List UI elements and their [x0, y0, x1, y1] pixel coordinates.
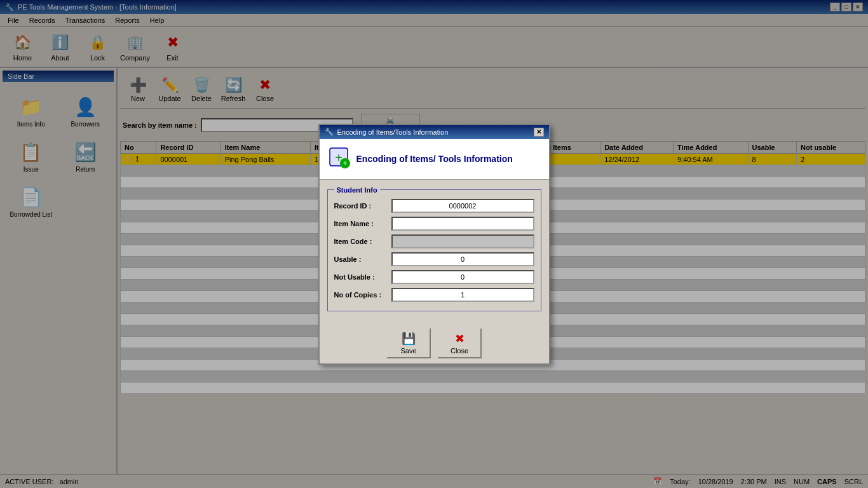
modal-body: Student Info Record ID : Item Name : Ite… [320, 180, 549, 323]
label-no-of-copies: No of Copies : [334, 291, 391, 299]
modal-close-label: Close [451, 347, 468, 355]
input-usable[interactable] [391, 252, 534, 266]
modal-header-title: Encoding of Items/ Tools Information [356, 154, 513, 164]
modal-title-left: 🔧 Encoding of Items/Tools Information [325, 128, 449, 136]
field-usable: Usable : [334, 252, 534, 266]
modal-close-icon: ✖ [455, 332, 465, 346]
field-record-id: Record ID : [334, 199, 534, 213]
modal-header: + + Encoding of Items/ Tools Information [320, 139, 549, 180]
modal-close-action-button[interactable]: ✖ Close [437, 328, 482, 358]
fieldset-legend: Student Info [334, 186, 380, 194]
input-record-id[interactable] [391, 199, 534, 213]
svg-text:+: + [342, 159, 347, 168]
modal-titlebar: 🔧 Encoding of Items/Tools Information ✕ [320, 125, 549, 139]
field-no-of-copies: No of Copies : [334, 288, 534, 302]
modal-footer: 💾 Save ✖ Close [320, 323, 549, 363]
modal-close-button[interactable]: ✕ [534, 128, 544, 137]
input-item-code [391, 234, 534, 248]
save-label: Save [400, 347, 416, 355]
modal-title-icon: 🔧 [325, 128, 334, 136]
input-no-of-copies[interactable] [391, 288, 534, 302]
modal-dialog: 🔧 Encoding of Items/Tools Information ✕ … [318, 124, 550, 365]
label-record-id: Record ID : [334, 202, 391, 210]
modal-save-button[interactable]: 💾 Save [386, 328, 431, 358]
label-item-name: Item Name : [334, 220, 391, 227]
label-not-usable: Not Usable : [334, 273, 391, 281]
label-usable: Usable : [334, 255, 391, 263]
field-not-usable: Not Usable : [334, 270, 534, 284]
field-item-code: Item Code : [334, 234, 534, 248]
field-item-name: Item Name : [334, 217, 534, 231]
modal-header-icon: + + [327, 146, 350, 173]
student-info-fieldset: Student Info Record ID : Item Name : Ite… [327, 186, 541, 311]
input-not-usable[interactable] [391, 270, 534, 284]
modal-overlay: 🔧 Encoding of Items/Tools Information ✕ … [0, 0, 868, 488]
label-item-code: Item Code : [334, 238, 391, 245]
modal-title-text: Encoding of Items/Tools Information [337, 128, 449, 136]
save-icon: 💾 [402, 332, 416, 346]
input-item-name[interactable] [391, 217, 534, 231]
